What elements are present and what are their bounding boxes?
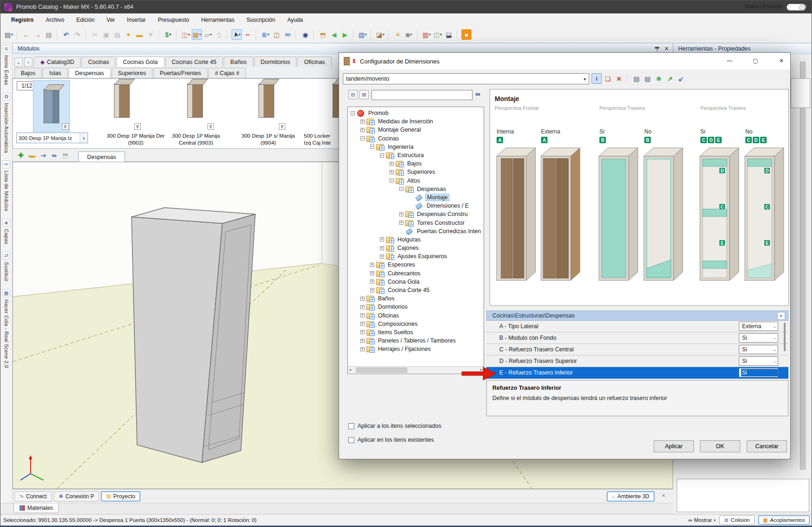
colision-button[interactable]: ≣ Colisión	[719, 515, 755, 525]
separator[interactable]	[227, 30, 229, 39]
tree-item[interactable]: Cubrecantos	[348, 269, 484, 278]
tree-item[interactable]: Montaje General	[348, 126, 484, 134]
tab-cajas[interactable]: # Cajas #	[208, 68, 246, 78]
wall-icon[interactable]: ◫	[181, 29, 191, 40]
insert-box-icon[interactable]: ⬒	[318, 29, 328, 40]
rename-icon[interactable]: I	[592, 73, 602, 84]
minimize-button[interactable]: —	[723, 56, 736, 66]
sidebar-tab-sustituir[interactable]: ⇄ Sustituir	[2, 252, 10, 281]
polygon-icon[interactable]: ▱	[203, 29, 213, 40]
save-icon[interactable]: ▤	[4, 29, 14, 40]
tree-item[interactable]: Puertas Corredizas Inten	[348, 227, 484, 235]
collapse-group-icon[interactable]: «	[777, 312, 785, 320]
menu-ayuda[interactable]: Ayuda	[281, 15, 309, 25]
tree-expander[interactable]	[360, 313, 365, 317]
tab-connect[interactable]: ∿ Connect	[14, 491, 52, 502]
module-thumb-icon[interactable]	[187, 83, 203, 118]
select-cursor-icon[interactable]: ➤	[232, 29, 242, 40]
tab-despensas[interactable]: Despensas	[69, 68, 111, 78]
user-icon[interactable]: ●	[461, 29, 472, 40]
wire-cube-icon[interactable]: ▧	[358, 29, 368, 40]
tree-expander[interactable]	[360, 347, 365, 351]
tree-item[interactable]: Baños	[348, 294, 484, 303]
redo-icon[interactable]: ↷	[72, 29, 82, 40]
insert-auto-icon[interactable]: ✚	[16, 150, 26, 160]
tab-proyecto[interactable]: ▨ Proyecto	[101, 491, 140, 502]
tab-islas[interactable]: Islas	[43, 68, 68, 78]
mostrar-dropdown[interactable]: ∞ Mostrar ▾	[688, 517, 716, 523]
tree-expander[interactable]	[390, 170, 394, 174]
tree-item[interactable]: Promob	[348, 109, 484, 117]
paint-roller-icon[interactable]: ▬	[134, 29, 145, 40]
delete-icon[interactable]: ✕	[145, 29, 156, 40]
ambiente-3d-button[interactable]: ⌂ Ambiente 3D	[607, 491, 655, 502]
camera-icon[interactable]: ◙	[404, 29, 414, 40]
tree-expander[interactable]	[351, 111, 355, 115]
tab-materiales[interactable]: Materiales	[13, 503, 59, 513]
undo-icon[interactable]: ↶	[61, 29, 71, 40]
box-3d-icon[interactable]: ◪	[375, 29, 385, 40]
tree-expander[interactable]	[390, 162, 394, 166]
tree-expander[interactable]	[370, 271, 374, 275]
measure-icon[interactable]: ┅	[243, 29, 253, 40]
separator[interactable]	[158, 30, 160, 39]
layout-icon[interactable]: ◫	[433, 29, 443, 40]
menu-registro[interactable]: Registro	[5, 15, 40, 25]
light-icon[interactable]: ☀	[393, 29, 403, 40]
maximize-button[interactable]: ▢	[749, 56, 762, 66]
close-panel-icon[interactable]: ✕	[664, 45, 669, 52]
nuevo-promob-toggle[interactable]	[787, 4, 806, 11]
tree-item[interactable]: Medidas de Inserción	[348, 117, 484, 126]
tree-search-input[interactable]	[371, 90, 472, 100]
separator[interactable]	[17, 30, 19, 39]
catalog-export-icon[interactable]: →	[32, 29, 43, 40]
download-chevrons-icon[interactable]	[134, 123, 141, 130]
separator[interactable]	[57, 30, 58, 39]
paste-icon[interactable]: ▤	[112, 29, 122, 40]
save-as-icon[interactable]: ▤	[642, 73, 653, 84]
tree-item[interactable]: Despensas Constru	[348, 210, 484, 218]
tree-expander[interactable]	[380, 237, 384, 241]
tree-item[interactable]: Herrajes / Fijaciones	[348, 345, 484, 353]
separator[interactable]	[313, 30, 315, 39]
separator[interactable]	[371, 30, 372, 39]
tree-item[interactable]: Ajustes Esquineros	[348, 252, 484, 260]
print-icon[interactable]: ▤	[44, 29, 54, 40]
property-group-header[interactable]: Cocinas\Estructuras\Despensas «	[486, 311, 788, 321]
tree-expander[interactable]	[380, 254, 384, 259]
delete-config-icon[interactable]: ✕	[614, 73, 624, 84]
export-image-icon[interactable]: ⬓	[444, 29, 454, 40]
tab-bajos[interactable]: Bajos	[14, 68, 42, 78]
tree-item[interactable]: Dimensiones / E	[348, 202, 484, 210]
tree-expander[interactable]	[370, 279, 374, 284]
property-scrollbar[interactable]	[784, 323, 786, 351]
tree-item[interactable]: Altos	[348, 177, 484, 185]
tab-cocinas[interactable]: ◆Cocinas	[82, 57, 115, 67]
menu-herramientas[interactable]: Herramientas	[195, 15, 240, 25]
tree-item[interactable]: Montaje	[348, 193, 484, 202]
save-config-icon[interactable]: ▤	[631, 73, 642, 84]
import-config-icon[interactable]: ↙	[676, 73, 686, 84]
tree-expander[interactable]	[370, 288, 374, 292]
property-value-dropdown[interactable]: Si⌄	[739, 333, 778, 343]
tree-item[interactable]: Cocinas	[348, 134, 484, 143]
back-icon[interactable]: ◀	[329, 29, 339, 40]
door-dimension-icon[interactable]: ◫	[271, 29, 282, 40]
tree-expander[interactable]	[399, 212, 403, 216]
tree-expander[interactable]	[370, 145, 374, 149]
visibility-icon[interactable]: ◉	[300, 29, 310, 40]
tree-expand-icon[interactable]: ⊞	[359, 90, 369, 99]
property-value-dropdown[interactable]: Si⌄	[739, 368, 778, 377]
tree-expander[interactable]	[399, 221, 403, 225]
configuration-combo[interactable]: tandem/movento	[343, 73, 589, 84]
separator[interactable]	[388, 30, 390, 39]
catalog-import-icon[interactable]: ←	[21, 29, 31, 40]
copy-icon[interactable]: ▣	[101, 29, 111, 40]
budget-icon[interactable]: $	[163, 29, 173, 40]
tree-expander[interactable]	[360, 136, 365, 140]
property-value-dropdown[interactable]: Si⌄	[739, 356, 778, 366]
lock-icon[interactable]: ⬒	[60, 150, 70, 160]
download-chevrons-icon[interactable]	[208, 123, 214, 130]
tree-item[interactable]: Cajones	[348, 244, 484, 252]
tab-conexion-p[interactable]: ⊕ Conexión P	[54, 491, 99, 502]
